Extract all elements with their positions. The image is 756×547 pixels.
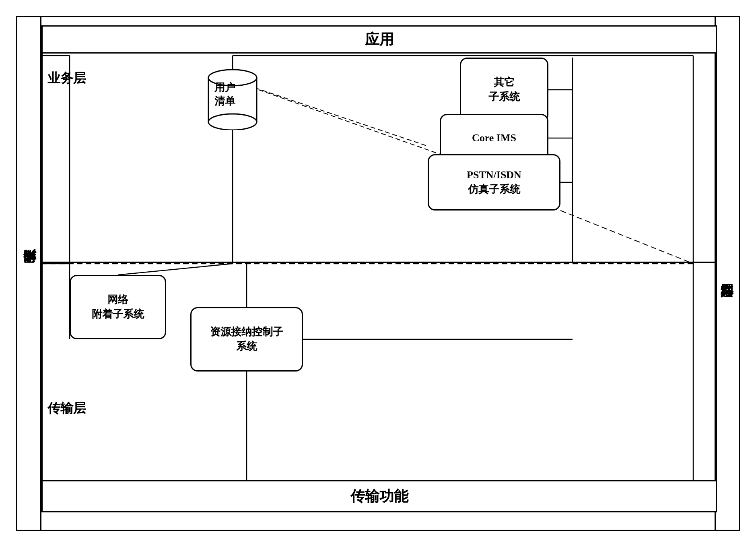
left-strip: 用户终端: [17, 17, 41, 530]
network-attach-label: 网络 附着子系统: [92, 293, 144, 322]
top-bar: 应用: [41, 25, 717, 54]
transport-layer-label: 传输层: [47, 400, 86, 417]
user-list-label: 用户 清单: [214, 81, 235, 108]
service-layer-label: 业务层: [47, 70, 86, 87]
other-subsystem-box: 其它 子系统: [460, 58, 548, 122]
svg-point-28: [208, 114, 257, 130]
diagram-container: 用户终端 其它网络 应用 业务层 传输层 用户 清单 其它 子系统 Core I…: [16, 16, 740, 531]
pstn-box: PSTN/ISDN 仿真子系统: [428, 154, 560, 211]
bottom-bar-label: 传输功能: [350, 487, 408, 506]
core-ims-label: Core IMS: [472, 131, 516, 145]
pstn-label: PSTN/ISDN 仿真子系统: [467, 168, 521, 197]
bottom-bar: 传输功能: [41, 480, 717, 512]
right-strip: 其它网络: [715, 17, 739, 530]
service-layer-region: [41, 54, 717, 263]
resource-control-box: 资源接纳控制子 系统: [190, 307, 303, 372]
other-subsystem-label: 其它 子系统: [488, 75, 520, 105]
resource-control-label: 资源接纳控制子 系统: [210, 325, 283, 354]
network-attach-box: 网络 附着子系统: [70, 275, 166, 339]
top-bar-label: 应用: [365, 30, 394, 50]
